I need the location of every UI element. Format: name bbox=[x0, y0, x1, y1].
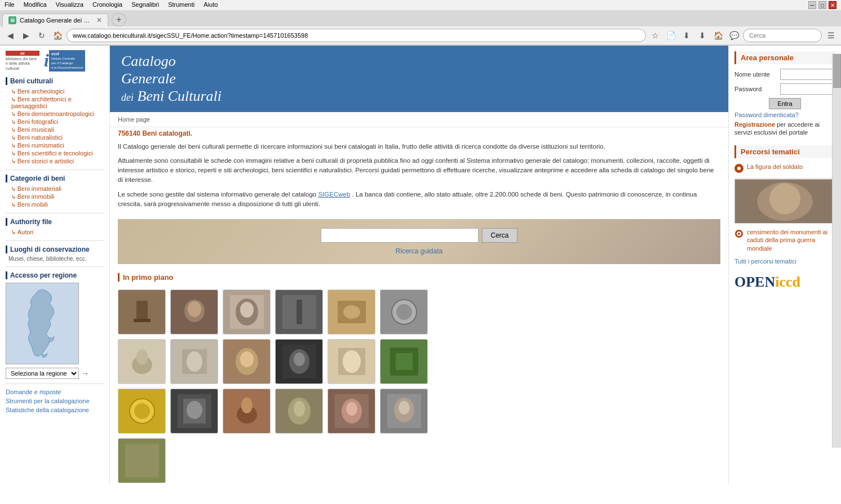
firefox-sync-button[interactable]: 🏠 bbox=[711, 29, 725, 42]
sidebar-link-beni-architettonici[interactable]: Beni architettonici e paesaggistici bbox=[6, 95, 104, 110]
thumbnail-13[interactable] bbox=[118, 389, 166, 434]
menu-file[interactable]: File bbox=[5, 1, 15, 9]
minimize-button[interactable]: ─ bbox=[808, 1, 816, 9]
svg-point-37 bbox=[134, 403, 150, 419]
menu-aiuto[interactable]: Aiuto bbox=[203, 1, 218, 9]
italy-map[interactable] bbox=[6, 283, 79, 364]
new-tab-button[interactable]: + bbox=[112, 13, 126, 26]
thumbnail-18[interactable] bbox=[380, 389, 428, 434]
menu-cronologia[interactable]: Cronologia bbox=[92, 1, 122, 9]
authority-section: Authority file Autori bbox=[6, 218, 104, 236]
close-button[interactable]: ✕ bbox=[829, 1, 836, 9]
password-input[interactable] bbox=[780, 83, 836, 95]
back-button[interactable]: ◀ bbox=[3, 29, 17, 42]
thumb-img-18 bbox=[387, 394, 421, 428]
percorso-1-link[interactable]: La figura del soldato bbox=[747, 163, 803, 171]
thumbnail-12[interactable] bbox=[380, 339, 428, 384]
thumbnail-10[interactable] bbox=[275, 339, 323, 384]
sidebar-link-beni-storici[interactable]: Beni storici e artistici bbox=[6, 157, 104, 165]
tab-close-button[interactable]: ✕ bbox=[96, 16, 102, 24]
thumbnail-8[interactable] bbox=[170, 339, 218, 384]
password-dimenticata-link[interactable]: Password dimenticata? bbox=[734, 111, 835, 118]
sidebar-domande-link[interactable]: Domande e risposte bbox=[6, 389, 104, 395]
home-button[interactable]: 🏠 bbox=[51, 29, 64, 42]
sidebar-link-beni-musicali[interactable]: Beni musicali bbox=[6, 126, 104, 133]
thumbnail-17[interactable] bbox=[327, 389, 375, 434]
main-search-input[interactable] bbox=[321, 228, 479, 243]
sidebar-link-beni-archeologici[interactable]: Beni archeologici bbox=[6, 87, 104, 95]
thumbnail-15[interactable] bbox=[223, 389, 271, 434]
svg-rect-10 bbox=[296, 300, 302, 324]
sidebar-link-beni-fotografici[interactable]: Beni fotografici bbox=[6, 118, 104, 126]
download-button[interactable]: ⬇ bbox=[696, 29, 709, 42]
pocket-button[interactable]: ⬇ bbox=[680, 29, 693, 42]
registrazione-link[interactable]: Registrazione bbox=[734, 121, 775, 128]
sidebar-link-autori[interactable]: Autori bbox=[6, 228, 104, 236]
menu-segnalibri[interactable]: Segnalibri bbox=[131, 1, 159, 9]
thumbnail-6[interactable] bbox=[380, 289, 428, 334]
menu-button[interactable]: ☰ bbox=[824, 29, 838, 42]
nome-utente-input[interactable] bbox=[780, 69, 836, 80]
percorso-1-item: La figura del soldato bbox=[734, 163, 835, 173]
active-tab[interactable]: 🏛 Catalogo Generale dei Beni... ✕ bbox=[2, 14, 108, 26]
in-primo-piano-section: In primo piano bbox=[110, 270, 728, 289]
sidebar-link-beni-mobili[interactable]: Beni mobili bbox=[6, 200, 104, 208]
description-block: Il Catalogo generale dei beni culturali … bbox=[110, 142, 728, 220]
thumbnail-5[interactable] bbox=[327, 289, 375, 334]
thumbnail-4[interactable] bbox=[275, 289, 323, 334]
thumbnail-16[interactable] bbox=[275, 389, 323, 434]
percorso-1-image[interactable] bbox=[734, 179, 835, 224]
openiccd-iccd-text: iccd bbox=[775, 274, 800, 290]
thumbnail-19[interactable] bbox=[118, 438, 166, 483]
thumb-img-10 bbox=[282, 345, 316, 378]
nome-utente-row: Nome utente bbox=[734, 69, 835, 80]
thumb-img-16 bbox=[282, 394, 316, 428]
reader-view-button[interactable]: 📄 bbox=[664, 29, 678, 42]
luoghi-title[interactable]: Luoghi di conservazione bbox=[6, 246, 104, 253]
menu-modifica[interactable]: Modifica bbox=[24, 1, 47, 9]
sidebar-strumenti-link[interactable]: Strumenti per la catalogazione bbox=[6, 398, 104, 404]
region-arrow-icon[interactable]: → bbox=[81, 369, 89, 378]
sidebar-link-beni-immateriali[interactable]: Beni immateriali bbox=[6, 185, 104, 193]
sidebar-link-beni-demoetno[interactable]: Beni demoetnoantropologici bbox=[6, 110, 104, 118]
thumbnail-14[interactable] bbox=[170, 389, 218, 434]
sidebar-link-beni-naturalistici[interactable]: Beni naturalistici bbox=[6, 133, 104, 141]
scrollbar-thumb[interactable] bbox=[833, 54, 841, 88]
thumbnail-2[interactable] bbox=[170, 289, 218, 334]
region-select[interactable]: Seleziona la regione bbox=[6, 368, 79, 379]
tutti-percorsi-link[interactable]: Tutti i percorsi tematici bbox=[734, 258, 835, 265]
forward-button[interactable]: ▶ bbox=[19, 29, 33, 42]
maximize-button[interactable]: □ bbox=[818, 1, 826, 9]
percorsi-tematici-section: Percorsi tematici La figura del soldato bbox=[734, 145, 835, 265]
guided-search-link[interactable]: Ricerca guidata bbox=[396, 247, 442, 255]
openiccd-logo[interactable]: OPENiccd bbox=[734, 274, 835, 291]
thumbnail-9[interactable] bbox=[223, 339, 271, 384]
sidebar-link-beni-numismatici[interactable]: Beni numismatici bbox=[6, 141, 104, 149]
main-search-button[interactable]: Cerca bbox=[482, 228, 517, 243]
title-line3: dei Beni Culturali bbox=[121, 87, 717, 105]
thumbnail-11[interactable] bbox=[327, 339, 375, 384]
svg-point-28 bbox=[294, 353, 305, 366]
thumbnail-3[interactable] bbox=[223, 289, 271, 334]
thumbnail-7[interactable] bbox=[118, 339, 166, 384]
scrollbar-track[interactable] bbox=[832, 53, 841, 448]
browser-search-input[interactable] bbox=[743, 29, 822, 42]
entra-button[interactable]: Entra bbox=[769, 98, 800, 109]
svg-rect-53 bbox=[125, 444, 159, 478]
thumb-img-7 bbox=[125, 345, 159, 378]
bookmark-star-button[interactable]: ☆ bbox=[648, 29, 662, 42]
tab-favicon: 🏛 bbox=[8, 16, 16, 24]
sidebar-link-beni-immobili[interactable]: Beni immobili bbox=[6, 193, 104, 200]
thumbnail-1[interactable] bbox=[118, 289, 166, 334]
chat-button[interactable]: 💬 bbox=[727, 29, 741, 42]
menu-visualizza[interactable]: Visualizza bbox=[56, 1, 83, 9]
svg-point-46 bbox=[294, 401, 305, 417]
sidebar-statistiche-link[interactable]: Statistiche della catalogazione bbox=[6, 407, 104, 413]
sigec-link[interactable]: SIGECweb bbox=[318, 191, 350, 198]
menu-strumenti[interactable]: Strumenti bbox=[168, 1, 194, 9]
percorso-2-link[interactable]: censimento dei monumenti ai caduti della… bbox=[747, 228, 835, 252]
left-sidebar: ae Ministero dei beni e delle attività c… bbox=[0, 46, 110, 485]
sidebar-link-beni-scientifici[interactable]: Beni scientifici e tecnologici bbox=[6, 149, 104, 157]
reload-button[interactable]: ↻ bbox=[35, 29, 48, 42]
url-bar[interactable] bbox=[67, 29, 646, 42]
